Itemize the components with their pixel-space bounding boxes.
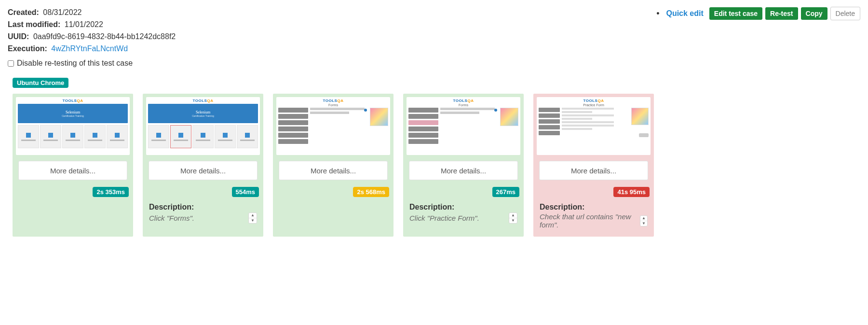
step-thumbnail[interactable]: TOOLSQASeleniumCertification Training bbox=[146, 97, 260, 155]
chevron-down-icon[interactable]: ▼ bbox=[640, 221, 647, 226]
reorder-stepper[interactable]: ▲▼ bbox=[640, 215, 648, 226]
step-thumbnail[interactable]: TOOLSQASeleniumCertification Training bbox=[16, 97, 130, 155]
disable-retest-checkbox[interactable] bbox=[8, 60, 14, 67]
chevron-up-icon[interactable]: ▲ bbox=[640, 216, 647, 221]
step-cards: TOOLSQASeleniumCertification TrainingMor… bbox=[13, 94, 860, 237]
copy-button[interactable]: Copy bbox=[801, 7, 827, 20]
duration-badge: 267ms bbox=[492, 187, 519, 197]
chevron-down-icon[interactable]: ▼ bbox=[249, 218, 257, 223]
modified-label: Last modified: bbox=[8, 20, 60, 28]
description-label: Description: bbox=[540, 203, 648, 212]
thumb-logo: TOOLSQA bbox=[276, 97, 390, 103]
step-thumbnail[interactable]: TOOLSQAForms bbox=[407, 97, 520, 155]
chevron-down-icon[interactable]: ▼ bbox=[509, 218, 517, 223]
environment-badge: Ubuntu Chrome bbox=[13, 78, 68, 88]
created-label: Created: bbox=[8, 8, 39, 16]
chevron-up-icon[interactable]: ▲ bbox=[249, 213, 257, 218]
execution-label: Execution: bbox=[8, 44, 47, 53]
more-details-button[interactable]: More details... bbox=[18, 161, 127, 180]
step-thumbnail[interactable]: TOOLSQAPractice Form bbox=[537, 97, 651, 155]
disable-retest-label: Disable re-testing of this test case bbox=[17, 57, 133, 69]
duration-badge: 2s 568ms bbox=[353, 187, 389, 197]
quick-edit-link[interactable]: Quick edit bbox=[666, 9, 703, 18]
actions-bar: • Quick edit Edit test case Re-test Copy… bbox=[656, 7, 860, 20]
step-card: TOOLSQASeleniumCertification TrainingMor… bbox=[143, 94, 263, 237]
more-details-button[interactable]: More details... bbox=[539, 161, 648, 180]
description-text: Click "Practice Form". bbox=[409, 214, 479, 222]
execution-link[interactable]: 4wZhRYtnFaLNcntWd bbox=[51, 44, 128, 53]
edit-test-case-button[interactable]: Edit test case bbox=[709, 7, 762, 20]
created-value: 08/31/2022 bbox=[43, 8, 81, 16]
retest-button[interactable]: Re-test bbox=[765, 7, 798, 20]
bullet-icon: • bbox=[656, 9, 659, 19]
meta-block: Created: 08/31/2022 Last modified: 11/01… bbox=[8, 7, 176, 69]
thumb-logo: TOOLSQA bbox=[146, 97, 260, 103]
duration-badge: 2s 353ms bbox=[93, 187, 129, 197]
modified-value: 11/01/2022 bbox=[65, 20, 103, 28]
chevron-up-icon[interactable]: ▲ bbox=[509, 213, 517, 218]
step-card: TOOLSQAFormsMore details...2s 568ms bbox=[273, 94, 393, 237]
step-card: TOOLSQAPractice FormMore details...41s 9… bbox=[533, 94, 654, 237]
thumb-logo: TOOLSQA bbox=[407, 97, 520, 103]
delete-button[interactable]: Delete bbox=[830, 7, 860, 20]
description-text: Click "Forms". bbox=[149, 214, 194, 222]
step-card: TOOLSQASeleniumCertification TrainingMor… bbox=[13, 94, 133, 237]
thumb-logo: TOOLSQA bbox=[537, 97, 651, 103]
thumb-logo: TOOLSQA bbox=[16, 97, 130, 103]
description-label: Description: bbox=[149, 203, 257, 212]
uuid-label: UUID: bbox=[8, 32, 29, 41]
more-details-button[interactable]: More details... bbox=[409, 161, 518, 180]
step-card: TOOLSQAFormsMore details...267msDescript… bbox=[403, 94, 524, 237]
step-thumbnail[interactable]: TOOLSQAForms bbox=[276, 97, 390, 155]
duration-badge: 554ms bbox=[232, 187, 259, 197]
duration-badge: 41s 95ms bbox=[613, 187, 650, 197]
reorder-stepper[interactable]: ▲▼ bbox=[509, 212, 517, 224]
uuid-value: 0aa9fd9c-8619-4832-8b44-bb1242dc88f2 bbox=[33, 32, 176, 41]
description-text: Check that url contains "new form". bbox=[540, 212, 640, 229]
description-label: Description: bbox=[409, 203, 517, 212]
more-details-button[interactable]: More details... bbox=[279, 161, 388, 180]
more-details-button[interactable]: More details... bbox=[149, 161, 258, 180]
reorder-stepper[interactable]: ▲▼ bbox=[248, 212, 257, 224]
